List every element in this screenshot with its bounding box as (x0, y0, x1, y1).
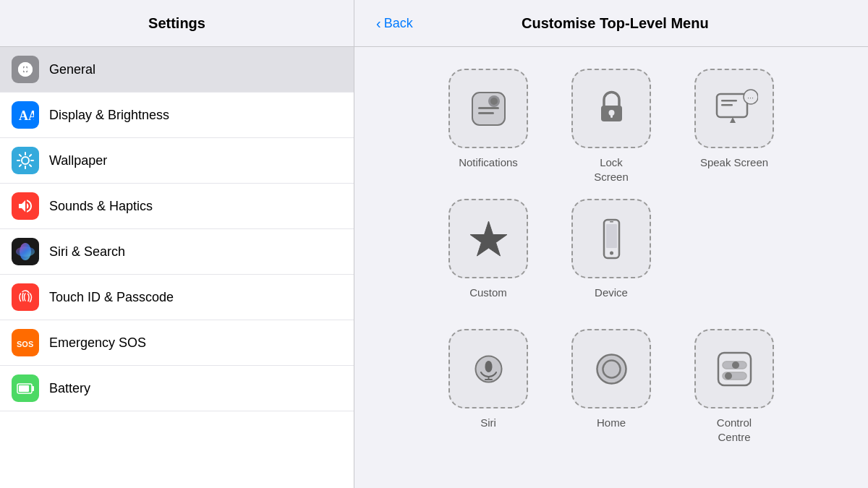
svg-line-9 (30, 155, 31, 156)
general-icon (12, 56, 39, 83)
svg-rect-30 (721, 104, 733, 106)
sidebar-label-general: General (49, 62, 95, 77)
svg-rect-16 (19, 385, 29, 392)
notifications-label: Notifications (459, 155, 518, 170)
lock-screen-icon-box (571, 69, 651, 148)
grid-item-custom[interactable]: Custom (441, 199, 535, 314)
svg-point-12 (16, 247, 35, 257)
home-icon-box (571, 329, 651, 408)
sidebar-item-display[interactable]: AA Display & Brightness (0, 93, 354, 138)
svg-point-0 (23, 67, 27, 72)
svg-rect-22 (478, 112, 494, 114)
svg-rect-29 (721, 100, 737, 102)
chevron-left-icon: ‹ (376, 15, 381, 32)
custom-icon-box (448, 199, 528, 278)
menu-grid: Notifications Lock Screen (441, 69, 781, 445)
svg-point-46 (732, 361, 739, 369)
sidebar-item-general[interactable]: General (0, 47, 354, 93)
page-title: Customise Top-Level Menu (442, 15, 846, 32)
sidebar: General AA Display & Brightness (0, 47, 354, 488)
wallpaper-icon (12, 147, 39, 174)
sidebar-label-siri: Siri & Search (49, 244, 125, 260)
grid-item-lock-screen[interactable]: Lock Screen (564, 69, 658, 184)
svg-point-38 (485, 361, 492, 372)
siri-label: Siri (480, 416, 496, 430)
sidebar-item-wallpaper[interactable]: Wallpaper (0, 138, 354, 184)
svg-line-7 (20, 155, 21, 156)
svg-rect-15 (32, 386, 34, 391)
sidebar-label-battery: Battery (49, 381, 90, 396)
settings-title: Settings (148, 15, 205, 32)
right-header: ‹ Back Customise Top-Level Menu (354, 0, 868, 46)
device-label: Device (595, 286, 628, 300)
siri-icon (12, 238, 39, 265)
speak-screen-icon-box: ··· (694, 69, 774, 148)
back-button[interactable]: ‹ Back (376, 15, 413, 32)
svg-rect-35 (610, 221, 613, 223)
notifications-icon-box (448, 69, 528, 148)
display-icon: AA (12, 101, 39, 129)
sounds-icon (12, 192, 39, 220)
sidebar-item-siri[interactable]: Siri & Search (0, 229, 354, 275)
svg-point-2 (22, 157, 29, 164)
siri-icon-box (448, 329, 528, 408)
custom-label: Custom (469, 286, 507, 300)
touchid-icon (12, 283, 39, 311)
sidebar-label-sounds: Sounds & Haptics (49, 199, 153, 214)
svg-point-48 (725, 372, 732, 380)
lock-screen-label: Lock Screen (594, 155, 629, 184)
sidebar-item-emergency[interactable]: SOS Emergency SOS (0, 320, 354, 366)
grid-item-home[interactable]: Home (564, 329, 658, 445)
home-label: Home (597, 416, 626, 430)
top-bar: Settings ‹ Back Customise Top-Level Menu (0, 0, 868, 47)
control-centre-icon-box (694, 329, 774, 408)
sidebar-label-touchid: Touch ID & Passcode (49, 290, 174, 305)
sidebar-item-sounds[interactable]: Sounds & Haptics (0, 184, 354, 229)
svg-line-8 (30, 165, 31, 166)
battery-icon (12, 374, 39, 402)
svg-point-20 (490, 98, 498, 105)
svg-text:AA: AA (19, 108, 34, 123)
sidebar-label-emergency: Emergency SOS (49, 335, 146, 351)
grid-item-speak-screen[interactable]: ··· Speak Screen (687, 69, 781, 184)
control-centre-label: Control Centre (717, 416, 752, 444)
device-icon-box (571, 199, 651, 278)
grid-item-control-centre[interactable]: Control Centre (687, 329, 781, 445)
sidebar-item-touchid[interactable]: Touch ID & Passcode (0, 275, 354, 320)
speak-screen-label: Speak Screen (700, 155, 768, 170)
grid-item-notifications[interactable]: Notifications (441, 69, 535, 184)
grid-item-siri[interactable]: Siri (441, 329, 535, 445)
grid-item-device[interactable]: Device (564, 199, 658, 314)
back-label: Back (384, 16, 413, 31)
right-panel: Notifications Lock Screen (354, 47, 868, 488)
svg-marker-31 (470, 221, 507, 256)
emergency-icon: SOS (12, 329, 39, 356)
svg-line-10 (20, 165, 21, 166)
sidebar-label-wallpaper: Wallpaper (49, 153, 107, 168)
svg-rect-21 (478, 107, 499, 109)
svg-rect-25 (610, 114, 613, 118)
main-content: General AA Display & Brightness (0, 47, 868, 488)
svg-text:SOS: SOS (17, 340, 33, 348)
sidebar-header: Settings (0, 0, 354, 46)
svg-text:···: ··· (747, 93, 754, 102)
sidebar-item-battery[interactable]: Battery (0, 366, 354, 411)
svg-rect-33 (606, 224, 617, 248)
svg-point-34 (610, 251, 613, 254)
sidebar-label-display: Display & Brightness (49, 108, 169, 123)
